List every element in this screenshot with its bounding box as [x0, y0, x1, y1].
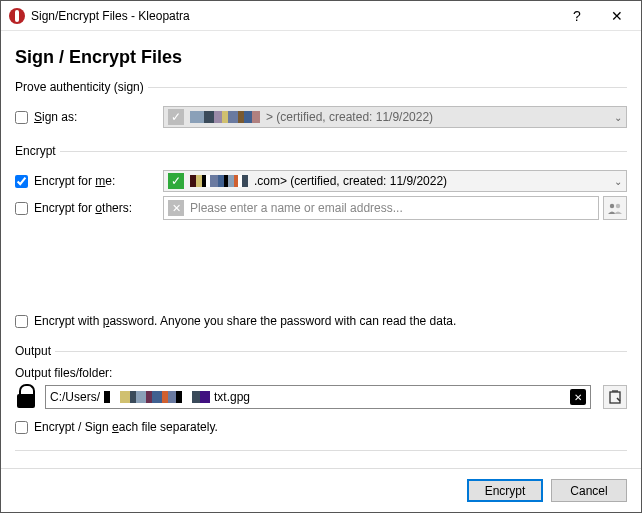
clear-icon[interactable]: ✕ [570, 389, 586, 405]
svg-point-1 [616, 204, 620, 208]
sign-as-checkbox[interactable] [15, 111, 28, 124]
placeholder-text: Please enter a name or email address... [190, 201, 403, 215]
encrypt-for-me-checkbox[interactable] [15, 175, 28, 188]
chevron-down-icon: ⌄ [614, 112, 622, 123]
encrypt-for-others-checkbox[interactable] [15, 202, 28, 215]
sign-as-label[interactable]: Sign as: [15, 110, 163, 124]
encrypt-button[interactable]: Encrypt [467, 479, 543, 502]
each-file-label[interactable]: Encrypt / Sign each file separately. [15, 420, 218, 434]
encrypt-for-me-value: .com> (certified, created: 11/9/2022) [254, 174, 447, 188]
svg-rect-2 [610, 392, 620, 403]
redacted-path [104, 391, 210, 403]
encrypt-with-password-label[interactable]: Encrypt with password. Anyone you share … [15, 314, 456, 328]
redacted-identity [190, 111, 260, 123]
browse-button[interactable] [603, 385, 627, 409]
encrypt-for-me-combo[interactable]: ✓ .com> (certified, created: 11/9/2022) … [163, 170, 627, 192]
svg-point-0 [610, 204, 614, 208]
window-title: Sign/Encrypt Files - Kleopatra [31, 9, 190, 23]
close-button[interactable]: ✕ [597, 2, 637, 30]
address-book-button[interactable] [603, 196, 627, 220]
output-group: Output Output files/folder: C:/Users/ [15, 344, 627, 442]
each-file-checkbox[interactable] [15, 421, 28, 434]
encrypt-group: Encrypt Encrypt for me: ✓ [15, 144, 627, 336]
help-button[interactable]: ? [557, 2, 597, 30]
output-legend: Output [15, 344, 55, 358]
app-icon [9, 8, 25, 24]
encrypt-for-others-label[interactable]: Encrypt for others: [15, 201, 163, 215]
sign-group: Prove authenticity (sign) Sign as: ✓ [15, 80, 627, 136]
encrypt-for-others-input[interactable]: ✕ Please enter a name or email address..… [163, 196, 599, 220]
encrypt-for-me-label[interactable]: Encrypt for me: [15, 174, 163, 188]
sign-legend: Prove authenticity (sign) [15, 80, 148, 94]
footer: Encrypt Cancel [1, 468, 641, 512]
titlebar: Sign/Encrypt Files - Kleopatra ? ✕ [1, 1, 641, 31]
lock-icon [15, 384, 37, 410]
cancel-button[interactable]: Cancel [551, 479, 627, 502]
sign-as-value: > (certified, created: 11/9/2022) [266, 110, 433, 124]
redacted-identity [190, 175, 248, 187]
encrypt-with-password-checkbox[interactable] [15, 315, 28, 328]
output-path-input[interactable]: C:/Users/ txt.gpg ✕ [45, 385, 591, 409]
check-icon: ✓ [168, 109, 184, 125]
chevron-down-icon: ⌄ [614, 176, 622, 187]
check-icon: ✓ [168, 173, 184, 189]
encrypt-legend: Encrypt [15, 144, 60, 158]
close-icon: ✕ [168, 200, 184, 216]
sign-as-combo[interactable]: ✓ > (certified, created: 11/9/2022) ⌄ [163, 106, 627, 128]
output-label: Output files/folder: [15, 366, 627, 380]
page-title: Sign / Encrypt Files [15, 47, 627, 68]
